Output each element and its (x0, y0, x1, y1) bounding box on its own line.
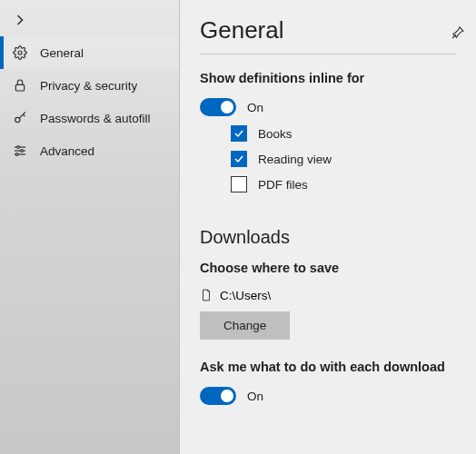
svg-rect-1 (15, 84, 24, 91)
svg-point-4 (17, 146, 20, 149)
ask-download-heading: Ask me what to do with each download (200, 360, 456, 374)
page-title: General (200, 16, 456, 44)
ask-toggle-state: On (247, 390, 263, 403)
checkbox-books[interactable] (231, 125, 247, 142)
back-button[interactable] (0, 7, 179, 36)
checkbox-label: Books (258, 127, 293, 141)
document-icon (200, 288, 213, 302)
sidebar-item-label: Passwords & autofill (40, 112, 151, 125)
sidebar-item-general[interactable]: General (0, 36, 179, 69)
sidebar: General Privacy & security Passwords & a… (0, 0, 180, 454)
sidebar-item-label: Advanced (40, 144, 94, 158)
pin-icon[interactable] (451, 25, 465, 40)
key-icon (13, 111, 27, 125)
definitions-toggle-state: On (247, 101, 263, 114)
download-path: C:\Users\ (220, 289, 271, 302)
sidebar-item-advanced[interactable]: Advanced (0, 134, 179, 167)
definitions-toggle[interactable] (200, 98, 236, 116)
checkbox-pdf-files[interactable] (231, 176, 247, 192)
svg-point-0 (18, 51, 22, 54)
change-button[interactable]: Change (200, 311, 290, 340)
sliders-icon (13, 143, 27, 158)
svg-point-8 (15, 153, 18, 156)
definitions-heading: Show definitions inline for (200, 71, 456, 85)
lock-icon (13, 78, 27, 93)
choose-save-label: Choose where to save (200, 261, 456, 275)
svg-point-6 (21, 150, 24, 153)
sidebar-item-label: General (40, 46, 84, 60)
ask-download-toggle[interactable] (200, 387, 236, 405)
checkbox-label: PDF files (258, 178, 308, 192)
chevron-right-icon (11, 11, 29, 29)
checkbox-label: Reading view (258, 153, 332, 166)
sidebar-item-label: Privacy & security (40, 79, 137, 93)
sidebar-item-passwords[interactable]: Passwords & autofill (0, 102, 179, 134)
divider (200, 54, 456, 54)
checkbox-reading-view[interactable] (231, 151, 247, 167)
content-panel: General Show definitions inline for On B… (180, 0, 476, 454)
gear-icon (13, 45, 27, 60)
downloads-heading: Downloads (200, 227, 456, 248)
sidebar-item-privacy[interactable]: Privacy & security (0, 69, 179, 102)
